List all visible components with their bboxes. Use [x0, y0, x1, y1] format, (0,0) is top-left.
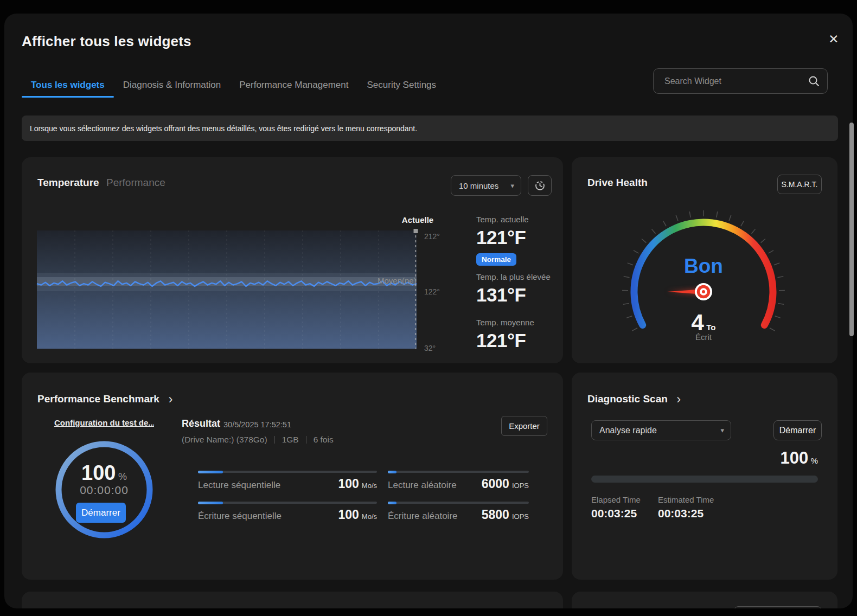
smart-button[interactable]: S.M.A.R.T.	[777, 175, 822, 194]
current-temp-value: 121°F	[476, 227, 526, 248]
axis-tick-212: 212°	[424, 232, 440, 241]
cursor-handle	[414, 229, 418, 233]
tab-tous-les-widgets[interactable]: Tous les widgets	[22, 72, 114, 98]
seq-read-unit: Mo/s	[362, 482, 377, 490]
chevron-right-icon: ›	[168, 392, 172, 406]
seq-write-fill	[198, 502, 223, 504]
chevron-right-icon: ›	[135, 606, 139, 608]
average-temp-value: 121°F	[476, 330, 526, 351]
history-clock-icon	[534, 180, 546, 191]
caret-down-icon: ▾	[510, 182, 514, 190]
benchmark-config-link[interactable]: Configuration du test de...	[54, 418, 154, 427]
rand-write-unit: IOPS	[512, 512, 529, 521]
result-date: 30/5/2025 17:52:51	[223, 420, 291, 429]
rand-write-track	[388, 502, 529, 504]
benchmark-percent-unit: %	[118, 471, 127, 482]
diagnostic-progress-bar	[591, 476, 818, 483]
seq-write-track	[198, 502, 377, 504]
scrollbar-thumb[interactable]	[849, 123, 854, 336]
performance-optimization-widget[interactable]: Performance Optimization › Application d…	[572, 592, 837, 608]
result-label: Résultat	[182, 418, 220, 429]
rand-read-label: Lecture aléatoire	[388, 480, 457, 491]
result-drive: (Drive Name:) (378Go)	[182, 435, 267, 444]
chevron-right-icon: ›	[676, 392, 681, 406]
seq-write-value: 100	[338, 508, 359, 522]
history-button[interactable]	[528, 175, 552, 196]
apply-mode-button[interactable]: Application du mode	[734, 606, 822, 608]
written-label: Écrit	[649, 332, 758, 342]
seq-read-value: 100	[338, 477, 359, 491]
temperature-chart	[37, 230, 417, 349]
drive-health-title: Drive Health	[587, 177, 648, 189]
benchmark-elapsed: 00:00:00	[53, 484, 156, 497]
benchmark-title: Performance Benchmark	[37, 393, 159, 405]
performance-benchmark-widget[interactable]: Performance Benchmark › Configuration du…	[22, 373, 563, 580]
benchmark-percent: 100	[81, 461, 116, 484]
widget-search	[653, 68, 828, 94]
rand-read-unit: IOPS	[512, 482, 529, 490]
rand-read-track	[388, 471, 529, 473]
diagnostic-scan-widget[interactable]: Diagnostic Scan › Analyse rapide ▾ Démar…	[572, 373, 837, 580]
seq-write-unit: Mo/s	[362, 512, 377, 521]
diagnostic-percent-unit: %	[811, 456, 818, 465]
scan-mode-value: Analyse rapide	[599, 426, 657, 435]
rand-write-fill	[388, 502, 396, 504]
estimated-time-label: Estimated Time	[658, 495, 714, 504]
benchmark-title-row[interactable]: Performance Benchmark ›	[37, 393, 172, 405]
volume-title: Volume de lecteur	[37, 608, 125, 608]
axis-tick-122: 122°	[424, 287, 440, 296]
search-input[interactable]	[663, 76, 808, 87]
current-temp-label: Temp. actuelle	[476, 215, 529, 224]
rand-read-fill	[388, 471, 396, 473]
diagnostic-title: Diagnostic Scan	[587, 393, 668, 405]
notice-banner: Lorsque vous sélectionnez des widgets of…	[22, 116, 838, 141]
diagnostic-start-button[interactable]: Démarrer	[773, 420, 822, 440]
interval-dropdown[interactable]: 10 minutes ▾	[451, 175, 521, 196]
highest-temp-value: 131°F	[476, 284, 526, 306]
rand-read-value: 6000	[482, 477, 509, 491]
volume-title-row[interactable]: Volume de lecteur ›	[37, 608, 139, 608]
seq-write-label: Écriture séquentielle	[198, 511, 282, 522]
temperature-subtitle: Performance	[106, 177, 165, 189]
seq-read-fill	[198, 471, 223, 473]
series-label: Moyen(ne)	[378, 276, 417, 285]
result-iterations: 6 fois	[314, 435, 334, 444]
result-meta: (Drive Name:) (378Go)1GB6 fois	[182, 435, 334, 445]
diagnostic-percent: 100	[780, 448, 808, 467]
average-temp-label: Temp. moyenne	[476, 318, 534, 327]
export-button[interactable]: Exporter	[501, 416, 547, 436]
tab-bar: Tous les widgets Diagnosis & Information…	[22, 72, 445, 98]
drive-volume-widget[interactable]: Volume de lecteur ›	[22, 592, 563, 608]
close-icon[interactable]: ✕	[824, 30, 843, 48]
seq-read-label: Lecture séquentielle	[198, 480, 280, 491]
health-status: Bon	[649, 255, 758, 278]
tab-security-settings[interactable]: Security Settings	[357, 72, 445, 98]
caret-down-icon: ▾	[720, 426, 724, 434]
drive-health-widget[interactable]: Drive Health S.M.A.R.T. Bon 4 To Écrit	[572, 157, 837, 363]
axis-tick-32: 32°	[424, 344, 436, 352]
page-title: Afficher tous les widgets	[22, 33, 191, 50]
app-window: Afficher tous les widgets ✕ Tous les wid…	[0, 0, 857, 616]
result-size: 1GB	[282, 435, 299, 444]
estimated-time-value: 00:03:25	[658, 507, 703, 520]
elapsed-time-value: 00:03:25	[591, 507, 637, 520]
seq-read-track	[198, 471, 377, 473]
tab-performance-management[interactable]: Performance Management	[230, 72, 357, 98]
rand-write-label: Écriture aléatoire	[388, 511, 458, 522]
temp-status-badge: Normale	[476, 253, 516, 266]
written-value: 4	[691, 310, 703, 335]
rand-write-value: 5800	[482, 508, 509, 522]
scan-mode-dropdown[interactable]: Analyse rapide ▾	[591, 420, 731, 440]
cursor-label: Actuelle	[386, 215, 449, 224]
interval-value: 10 minutes	[459, 181, 498, 190]
elapsed-time-label: Elapsed Time	[591, 495, 641, 504]
highest-temp-label: Temp. la plus élevée	[476, 272, 551, 281]
widgets-modal: Afficher tous les widgets ✕ Tous les wid…	[4, 14, 853, 608]
benchmark-start-button[interactable]: Démarrer	[76, 503, 126, 523]
diagnostic-title-row[interactable]: Diagnostic Scan ›	[587, 393, 681, 405]
written-unit: To	[706, 323, 715, 332]
temperature-title: Temperature	[37, 177, 99, 189]
search-icon[interactable]	[808, 75, 820, 87]
temperature-widget[interactable]: Temperature Performance 10 minutes ▾	[22, 157, 563, 363]
tab-diagnosis-information[interactable]: Diagnosis & Information	[114, 72, 230, 98]
